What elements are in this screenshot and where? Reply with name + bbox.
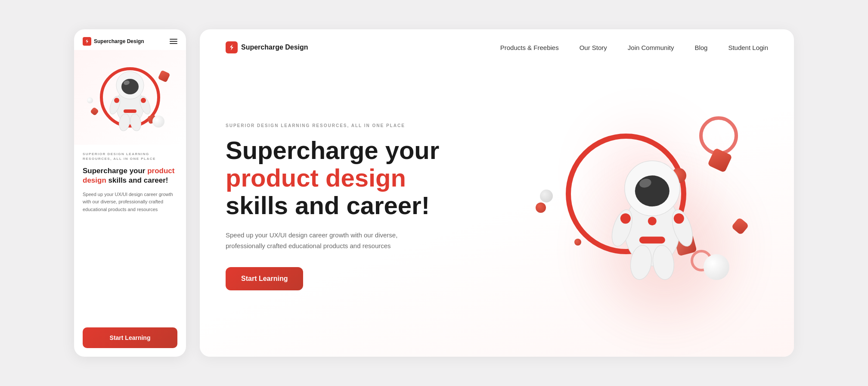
mobile-hero-title: Supercharge your product design skills a… (83, 166, 177, 185)
nav-products-freebies[interactable]: Products & Freebies (500, 44, 559, 51)
desktop-hero: SUPERIOR DESIGN LEARNING RESOURCES, ALL … (200, 65, 794, 357)
mobile-logo: Supercharge Design (83, 37, 144, 46)
hamburger-menu[interactable] (170, 39, 177, 44)
nav-our-story[interactable]: Our Story (580, 44, 607, 51)
mobile-hero-image (74, 50, 186, 145)
desktop-astronaut-svg (596, 135, 708, 281)
mobile-card: Supercharge Design (74, 29, 186, 357)
desktop-red-dot-2 (574, 239, 581, 246)
mobile-header: Supercharge Design (74, 29, 186, 50)
nav-blog[interactable]: Blog (694, 44, 707, 51)
desktop-hero-image (493, 65, 794, 357)
mobile-content: SUPERIOR DESIGN LEARNING RESOURCES, ALL … (74, 145, 186, 357)
svg-point-11 (141, 98, 146, 103)
mobile-hero-desc: Speed up your UX/UI design career growth… (83, 191, 177, 214)
desktop-hero-title: Supercharge your product design skills a… (226, 137, 439, 219)
desktop-astronaut-scene (514, 82, 772, 340)
desktop-hero-desc: Speed up your UX/UI design career growth… (226, 230, 398, 252)
desktop-logo-text: Supercharge Design (241, 44, 308, 51)
svg-point-23 (620, 213, 631, 224)
svg-point-15 (635, 175, 670, 206)
desktop-nav-links: Products & Freebies Our Story Join Commu… (500, 44, 768, 51)
svg-marker-12 (230, 44, 233, 50)
svg-rect-17 (639, 237, 665, 243)
desktop-logo-icon (226, 41, 238, 53)
desktop-start-learning-button[interactable]: Start Learning (226, 267, 303, 290)
desktop-logo: Supercharge Design (226, 41, 308, 53)
svg-point-3 (121, 79, 139, 94)
svg-point-10 (114, 98, 119, 103)
mobile-cube-3 (90, 107, 99, 116)
nav-student-login[interactable]: Student Login (728, 44, 768, 51)
desktop-hero-title-accent: product design (226, 164, 406, 192)
mobile-astronaut-svg (102, 59, 158, 132)
mobile-sphere-2 (87, 97, 93, 103)
desktop-sphere-2 (540, 190, 553, 202)
svg-point-18 (648, 217, 657, 225)
mobile-logo-text: Supercharge Design (94, 38, 144, 44)
desktop-card: Supercharge Design Products & Freebies O… (200, 29, 794, 357)
mobile-cube-1 (158, 70, 170, 82)
svg-point-24 (674, 213, 684, 224)
desktop-hero-title-part2: skills and career! (226, 191, 430, 219)
mobile-hero-title-part2: skills and career! (106, 176, 168, 184)
mobile-astronaut-scene (83, 54, 177, 140)
svg-marker-0 (86, 39, 88, 44)
desktop-cube-3 (731, 217, 749, 235)
svg-rect-5 (124, 109, 136, 113)
mobile-eyebrow: SUPERIOR DESIGN LEARNING RESOURCES, ALL … (83, 152, 177, 161)
desktop-eyebrow: SUPERIOR DESIGN LEARNING RESOURCES, ALL … (226, 123, 439, 128)
logo-icon (83, 37, 91, 46)
desktop-red-dot-1 (536, 202, 546, 213)
desktop-hero-text: SUPERIOR DESIGN LEARNING RESOURCES, ALL … (226, 123, 439, 290)
nav-join-community[interactable]: Join Community (628, 44, 674, 51)
desktop-nav: Supercharge Design Products & Freebies O… (200, 29, 794, 65)
mobile-start-learning-button[interactable]: Start Learning (83, 327, 177, 348)
desktop-hero-title-part1: Supercharge your (226, 136, 439, 164)
mobile-hero-title-part1: Supercharge your (83, 167, 147, 175)
